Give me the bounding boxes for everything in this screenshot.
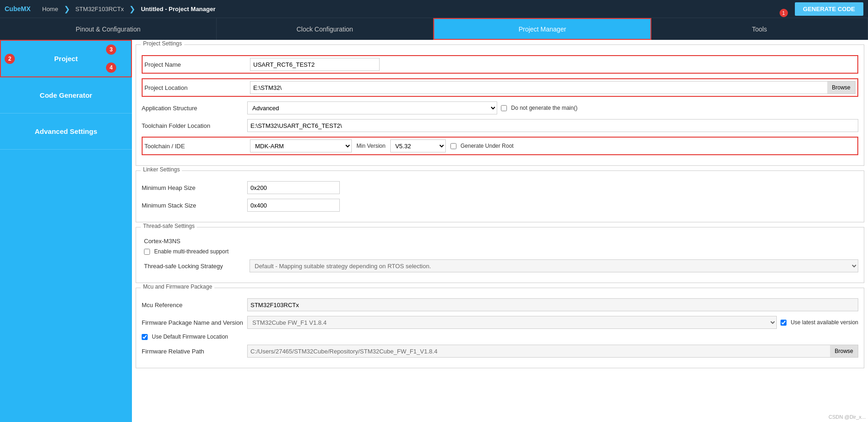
min-stack-row: Minimum Stack Size — [142, 199, 858, 212]
project-location-input[interactable] — [250, 81, 827, 94]
notification-badge: 1 — [780, 9, 788, 17]
sidebar-code-gen-label: Code Generator — [40, 91, 92, 99]
top-navigation: CubeMX Home ❯ STM32F103RCTx ❯ Untitled -… — [0, 0, 868, 18]
min-version-label: Min Version — [356, 143, 386, 149]
breadcrumb-home[interactable]: Home — [37, 6, 63, 13]
logo: CubeMX — [5, 5, 31, 13]
min-version-select[interactable]: V5.32 — [390, 139, 446, 152]
min-heap-label: Minimum Heap Size — [142, 184, 244, 191]
cortex-label: Cortex-M3NS — [144, 238, 858, 245]
breadcrumb-arrow-2: ❯ — [129, 5, 135, 13]
project-location-browse-button[interactable]: Browse — [827, 81, 856, 94]
thread-safe-section: Thread-safe Settings Cortex-M3NS Enable … — [136, 227, 864, 283]
project-name-row: Project Name — [142, 55, 858, 74]
linker-settings-section: Linker Settings Minimum Heap Size Minimu… — [136, 170, 864, 222]
mcu-ref-input — [247, 298, 858, 311]
mcu-ref-label: Mcu Reference — [142, 302, 244, 309]
project-location-row: Project Location Browse — [142, 78, 858, 97]
generate-code-button[interactable]: GENERATE CODE — [795, 2, 863, 16]
firmware-name-row: Firmware Package Name and Version STM32C… — [142, 316, 858, 329]
firmware-name-label: Firmware Package Name and Version — [142, 319, 244, 326]
sidebar-advanced-label: Advanced Settings — [35, 127, 97, 135]
firmware-name-select[interactable]: STM32Cube FW_F1 V1.8.4 — [247, 316, 777, 329]
locking-strategy-select[interactable]: Default - Mapping suitable strategy depe… — [250, 259, 858, 272]
app-structure-row: Application Structure Advanced Do not ge… — [142, 101, 858, 114]
project-name-label: Project Name — [144, 61, 246, 68]
linker-settings-title: Linker Settings — [141, 166, 182, 173]
enable-multithread-row: Enable multi-threaded support — [144, 248, 858, 255]
project-location-group: Browse — [250, 81, 856, 94]
generate-under-root-checkbox-label: Generate Under Root — [450, 143, 514, 149]
sidebar-item-project[interactable]: 2 3 4 Project — [0, 40, 132, 77]
do-not-generate-main-checkbox-label: Do not generate the main() — [501, 105, 577, 111]
firmware-path-row: Firmware Relative Path Browse — [142, 345, 858, 358]
use-default-firmware-checkbox-label: Use Default Firmware Location — [142, 334, 228, 340]
firmware-path-label: Firmware Relative Path — [142, 348, 244, 355]
tab-tools[interactable]: Tools — [651, 18, 868, 40]
sidebar-project-label: Project — [54, 55, 78, 63]
generate-under-root-label: Generate Under Root — [461, 143, 514, 149]
app-structure-label: Application Structure — [142, 105, 244, 112]
toolchain-ide-row: Toolchain / IDE MDK-ARM Min Version V5.3… — [142, 137, 858, 155]
locking-strategy-row: Thread-safe Locking Strategy Default - M… — [144, 259, 858, 272]
sidebar-item-code-generator[interactable]: Code Generator — [0, 77, 132, 113]
mcu-firmware-title: Mcu and Firmware Package — [141, 283, 214, 290]
firmware-path-group: Browse — [247, 345, 858, 358]
app-structure-select[interactable]: Advanced — [247, 101, 497, 114]
breadcrumb-mcu[interactable]: STM32F103RCTx — [71, 6, 129, 13]
min-stack-label: Minimum Stack Size — [142, 202, 244, 209]
min-heap-row: Minimum Heap Size — [142, 181, 858, 194]
use-latest-checkbox[interactable] — [781, 320, 787, 326]
breadcrumb-arrow-1: ❯ — [64, 5, 70, 13]
project-settings-title: Project Settings — [141, 40, 184, 47]
breadcrumb-project[interactable]: Untitled - Project Manager — [136, 6, 220, 13]
badge-2: 2 — [5, 54, 15, 64]
thread-safe-content: Cortex-M3NS Enable multi-threaded suppor… — [144, 238, 858, 272]
sidebar-item-advanced-settings[interactable]: Advanced Settings — [0, 113, 132, 150]
breadcrumb: Home ❯ STM32F103RCTx ❯ Untitled - Projec… — [37, 5, 786, 13]
use-latest-label: Use latest available version — [791, 319, 858, 326]
mcu-ref-row: Mcu Reference — [142, 298, 858, 311]
project-location-label: Project Location — [144, 84, 246, 91]
use-latest-checkbox-label: Use latest available version — [781, 319, 858, 326]
generate-under-root-checkbox[interactable] — [450, 143, 456, 149]
project-name-input[interactable] — [250, 58, 380, 71]
tab-clock[interactable]: Clock Configuration — [217, 18, 433, 40]
min-stack-input[interactable] — [247, 199, 340, 212]
toolchain-folder-label: Toolchain Folder Location — [142, 122, 244, 129]
do-not-generate-main-checkbox[interactable] — [501, 105, 507, 111]
toolchain-folder-input[interactable] — [247, 119, 858, 132]
enable-multithread-checkbox[interactable] — [144, 249, 150, 255]
enable-multithread-label: Enable multi-threaded support — [154, 248, 229, 255]
badge-4: 4 — [106, 63, 116, 73]
tab-bar: Pinout & Configuration Clock Configurati… — [0, 18, 868, 40]
do-not-generate-main-label: Do not generate the main() — [511, 105, 577, 111]
tab-project-manager[interactable]: Project Manager — [433, 18, 651, 40]
project-settings-section: Project Settings Project Name Project Lo… — [136, 44, 864, 166]
enable-multithread-checkbox-label: Enable multi-threaded support — [144, 248, 229, 255]
content-area: Project Settings Project Name Project Lo… — [132, 40, 868, 422]
min-heap-input[interactable] — [247, 181, 340, 194]
thread-safe-title: Thread-safe Settings — [141, 223, 197, 229]
toolchain-folder-row: Toolchain Folder Location — [142, 119, 858, 132]
tab-pinout[interactable]: Pinout & Configuration — [0, 18, 217, 40]
sidebar: 2 3 4 Project Code Generator Advanced Se… — [0, 40, 132, 422]
firmware-path-browse-button[interactable]: Browse — [830, 345, 858, 358]
firmware-path-input — [247, 345, 830, 358]
toolchain-ide-select[interactable]: MDK-ARM — [250, 139, 352, 152]
use-default-firmware-checkbox[interactable] — [142, 334, 148, 340]
watermark: CSDN @Dir_x... — [829, 414, 866, 420]
locking-strategy-label: Thread-safe Locking Strategy — [144, 263, 246, 270]
mcu-firmware-section: Mcu and Firmware Package Mcu Reference F… — [136, 288, 864, 368]
toolchain-ide-label: Toolchain / IDE — [144, 143, 246, 150]
use-default-firmware-label: Use Default Firmware Location — [152, 334, 228, 340]
badge-3: 3 — [106, 44, 116, 55]
main-layout: 2 3 4 Project Code Generator Advanced Se… — [0, 40, 868, 422]
firmware-name-controls: STM32Cube FW_F1 V1.8.4 Use latest availa… — [247, 316, 858, 329]
toolchain-controls: MDK-ARM Min Version V5.32 Generate Under… — [250, 139, 856, 152]
use-default-firmware-row: Use Default Firmware Location — [142, 334, 858, 340]
